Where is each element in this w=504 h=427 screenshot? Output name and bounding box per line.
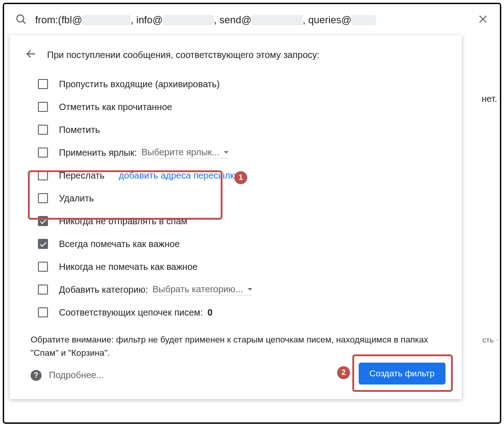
checkbox[interactable]: [38, 262, 48, 272]
filter-options: Пропустить входящие (архивировать) Отмет…: [10, 73, 462, 324]
checkbox[interactable]: [38, 170, 48, 180]
option-label: Всегда помечать как важное: [59, 239, 180, 249]
checkbox[interactable]: [38, 148, 48, 158]
panel-header: При поступлении сообщения, соответствующ…: [10, 35, 462, 73]
option-label: Применить ярлык: Выберите ярлык...: [59, 147, 228, 158]
background-text: нет.: [482, 94, 497, 104]
checkbox[interactable]: [38, 216, 48, 226]
svg-point-0: [17, 15, 24, 22]
learn-more-link[interactable]: Подробнее...: [49, 370, 104, 380]
option-never-important[interactable]: Никогда не помечать как важное: [38, 255, 448, 278]
search-input[interactable]: from:(fbl@ , info@ , send@ , queries@: [35, 14, 467, 26]
search-icon: [15, 13, 27, 27]
option-label: Никогда не помечать как важное: [59, 262, 197, 272]
checkbox[interactable]: [38, 125, 48, 135]
category-dropdown[interactable]: Выбрать категорию...: [153, 284, 252, 295]
label-dropdown[interactable]: Выберите ярлык...: [142, 147, 229, 158]
option-delete[interactable]: Удалить: [38, 187, 448, 210]
chevron-down-icon: [248, 288, 252, 290]
create-filter-button[interactable]: Создать фильтр: [359, 363, 446, 385]
option-mark-read[interactable]: Отметить как прочитанное: [38, 95, 448, 118]
checkbox[interactable]: [38, 239, 48, 249]
option-never-spam[interactable]: Никогда не отправлять в спам: [38, 210, 448, 232]
checkbox[interactable]: [38, 79, 48, 89]
annotation-badge-1: 1: [234, 171, 247, 184]
option-label: Соответствующих цепочек писем: 0: [59, 307, 212, 318]
window-frame: from:(fbl@ , info@ , send@ , queries@ Пр…: [3, 3, 501, 424]
clear-icon[interactable]: [475, 11, 491, 29]
option-star[interactable]: Пометить: [38, 118, 448, 141]
option-label: Пропустить входящие (архивировать): [59, 79, 220, 90]
back-arrow-icon[interactable]: [25, 48, 37, 62]
option-label: Отметить как прочитанное: [59, 102, 172, 112]
option-label: Добавить категорию: Выбрать категорию...: [59, 284, 252, 295]
checkbox[interactable]: [38, 285, 48, 295]
checkbox[interactable]: [38, 307, 48, 317]
option-add-category[interactable]: Добавить категорию: Выбрать категорию...: [38, 278, 448, 301]
option-always-important[interactable]: Всегда помечать как важное: [38, 232, 448, 255]
checkbox[interactable]: [38, 102, 48, 112]
filter-note: Обратите внимание: фильтр не будет приме…: [10, 324, 462, 362]
filter-panel: При поступлении сообщения, соответствующ…: [10, 35, 462, 399]
svg-line-1: [23, 21, 26, 24]
chevron-down-icon: [224, 151, 228, 153]
help-icon[interactable]: ?: [31, 370, 42, 381]
annotation-badge-2: 2: [337, 366, 350, 379]
add-forward-address-link[interactable]: добавить адреса пересылки: [119, 170, 239, 181]
checkbox[interactable]: [38, 193, 48, 203]
option-label: Пометить: [59, 125, 100, 135]
background-text: сть ·: [482, 336, 498, 345]
option-apply-label[interactable]: Применить ярлык: Выберите ярлык...: [38, 141, 448, 164]
option-skip-inbox[interactable]: Пропустить входящие (архивировать): [38, 73, 448, 95]
option-label: Переслать добавить адреса пересылки: [59, 170, 239, 181]
panel-title: При поступлении сообщения, соответствующ…: [47, 50, 319, 60]
search-bar: from:(fbl@ , info@ , send@ , queries@: [4, 4, 500, 35]
option-label: Удалить: [59, 193, 94, 204]
option-matching-count[interactable]: Соответствующих цепочек писем: 0: [38, 301, 448, 324]
option-label: Никогда не отправлять в спам: [59, 216, 187, 227]
